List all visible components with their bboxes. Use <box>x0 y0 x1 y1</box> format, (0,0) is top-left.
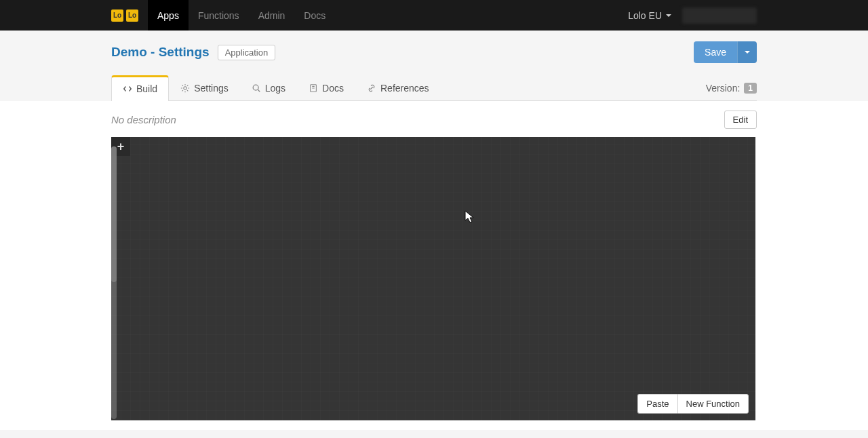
header-section: Demo - Settings Application Save Build S… <box>0 31 868 101</box>
region-selector[interactable]: Lolo EU <box>628 10 671 21</box>
tab-label: References <box>380 83 429 94</box>
scrollbar-thumb[interactable] <box>111 146 117 282</box>
tab-logs[interactable]: Logs <box>240 75 297 100</box>
top-navbar: Lo Lo Apps Functions Admin Docs Lolo EU <box>0 0 868 31</box>
tab-label: Settings <box>194 83 229 94</box>
code-icon <box>123 84 132 94</box>
header-row: Demo - Settings Application Save <box>111 41 757 63</box>
description-row: No description Edit <box>111 111 757 129</box>
search-icon <box>252 83 261 93</box>
tab-build[interactable]: Build <box>111 75 169 101</box>
svg-point-0 <box>184 87 186 89</box>
nav-admin[interactable]: Admin <box>249 0 295 31</box>
application-badge: Application <box>218 45 276 60</box>
canvas[interactable]: + Paste New Function <box>111 137 755 420</box>
page-title: Demo - Settings <box>111 45 210 60</box>
save-dropdown-button[interactable] <box>737 41 757 63</box>
link-icon <box>367 83 376 93</box>
logo-icon: Lo <box>111 9 123 22</box>
navbar-left: Lo Lo Apps Functions Admin Docs <box>111 0 335 31</box>
caret-down-icon <box>666 14 671 17</box>
tab-references[interactable]: References <box>355 75 441 100</box>
navbar-right: Lolo EU <box>628 7 757 24</box>
tab-label: Docs <box>322 83 344 94</box>
no-description-text: No description <box>111 114 176 125</box>
tab-label: Logs <box>265 83 285 94</box>
version-label: Version: <box>706 83 741 94</box>
logo[interactable]: Lo Lo <box>111 9 138 22</box>
save-button-group: Save <box>694 41 757 63</box>
svg-point-1 <box>253 85 258 90</box>
tab-settings[interactable]: Settings <box>169 75 240 100</box>
caret-down-icon <box>745 51 750 54</box>
tabs: Build Settings Logs Docs <box>111 75 441 100</box>
user-area-blurred <box>682 7 757 24</box>
canvas-buttons: Paste New Function <box>637 394 749 414</box>
paste-button[interactable]: Paste <box>637 394 677 414</box>
version-info: Version: 1 <box>706 83 757 100</box>
logo-icon: Lo <box>126 9 138 22</box>
tabs-row: Build Settings Logs Docs <box>111 75 757 101</box>
book-icon <box>309 83 318 93</box>
cursor-icon <box>465 210 475 224</box>
nav-docs[interactable]: Docs <box>294 0 335 31</box>
new-function-button[interactable]: New Function <box>677 394 749 414</box>
save-button[interactable]: Save <box>694 41 737 63</box>
tab-docs[interactable]: Docs <box>297 75 355 100</box>
edit-button[interactable]: Edit <box>724 111 757 129</box>
version-badge: 1 <box>744 83 757 94</box>
gear-icon <box>180 83 190 93</box>
region-label: Lolo EU <box>628 10 662 21</box>
tab-label: Build <box>136 83 157 94</box>
nav-functions[interactable]: Functions <box>189 0 249 31</box>
header-left: Demo - Settings Application <box>111 45 275 60</box>
content-area: No description Edit + Paste New Function <box>0 101 868 430</box>
nav-apps[interactable]: Apps <box>148 0 189 31</box>
